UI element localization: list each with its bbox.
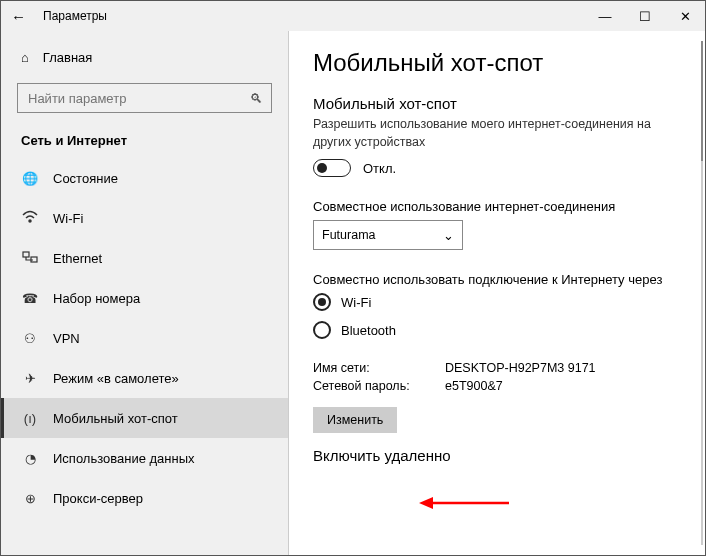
network-password-label: Сетевой пароль: — [313, 379, 433, 393]
dropdown-value: Futurama — [322, 228, 376, 242]
network-password-value: e5T900&7 — [445, 379, 503, 393]
sidebar-item-label: VPN — [53, 331, 80, 346]
close-button[interactable]: ✕ — [665, 9, 705, 24]
radio-dot-icon — [313, 293, 331, 311]
sidebar-item-label: Состояние — [53, 171, 118, 186]
toggle-heading: Мобильный хот-спот — [313, 95, 687, 112]
search-input[interactable]: 🔍︎ — [17, 83, 272, 113]
toggle-description: Разрешить использование моего интернет-с… — [313, 116, 687, 151]
annotation-arrow-icon — [419, 493, 509, 513]
window-title: Параметры — [43, 9, 107, 23]
sidebar-item-label: Режим «в самолете» — [53, 371, 179, 386]
minimize-button[interactable]: — — [585, 9, 625, 24]
share-via-label: Совместно использовать подключение к Инт… — [313, 272, 687, 287]
sidebar-item-datausage[interactable]: ◔ Использование данных — [1, 438, 288, 478]
airplane-icon: ✈ — [21, 371, 39, 386]
phone-icon: ☎ — [21, 291, 39, 306]
sidebar-item-label: Мобильный хот-спот — [53, 411, 178, 426]
sidebar-item-label: Набор номера — [53, 291, 140, 306]
chevron-down-icon: ⌄ — [443, 228, 454, 243]
maximize-button[interactable]: ☐ — [625, 9, 665, 24]
sidebar-item-vpn[interactable]: ⚇ VPN — [1, 318, 288, 358]
radio-wifi[interactable]: Wi-Fi — [313, 293, 687, 311]
scrollbar[interactable] — [701, 41, 703, 545]
remote-enable-heading: Включить удаленно — [313, 447, 687, 464]
globe-icon: 🌐 — [21, 171, 39, 186]
sidebar-category: Сеть и Интернет — [1, 127, 288, 158]
svg-rect-1 — [23, 252, 29, 257]
home-icon: ⌂ — [21, 50, 29, 65]
radio-bluetooth[interactable]: Bluetooth — [313, 321, 687, 339]
data-icon: ◔ — [21, 451, 39, 466]
sidebar-item-ethernet[interactable]: Ethernet — [1, 238, 288, 278]
sidebar-home[interactable]: ⌂ Главная — [1, 39, 288, 75]
toggle-state-label: Откл. — [363, 161, 396, 176]
share-connection-dropdown[interactable]: Futurama ⌄ — [313, 220, 463, 250]
svg-point-0 — [29, 220, 31, 222]
network-name-value: DESKTOP-H92P7M3 9171 — [445, 361, 596, 375]
page-title: Мобильный хот-спот — [313, 49, 687, 77]
sidebar-item-status[interactable]: 🌐 Состояние — [1, 158, 288, 198]
sidebar-item-hotspot[interactable]: (ı) Мобильный хот-спот — [1, 398, 288, 438]
edit-button[interactable]: Изменить — [313, 407, 397, 433]
sidebar-item-dialup[interactable]: ☎ Набор номера — [1, 278, 288, 318]
wifi-icon — [21, 209, 39, 228]
ethernet-icon — [21, 249, 39, 268]
sidebar-item-label: Wi-Fi — [53, 211, 83, 226]
search-icon: 🔍︎ — [250, 91, 263, 106]
content-pane: Мобильный хот-спот Мобильный хот-спот Ра… — [289, 31, 705, 555]
sidebar-item-label: Ethernet — [53, 251, 102, 266]
sidebar-item-airplane[interactable]: ✈ Режим «в самолете» — [1, 358, 288, 398]
network-name-label: Имя сети: — [313, 361, 433, 375]
sidebar-item-proxy[interactable]: ⊕ Прокси-сервер — [1, 478, 288, 518]
back-icon[interactable]: ← — [11, 8, 31, 25]
radio-wifi-label: Wi-Fi — [341, 295, 371, 310]
hotspot-toggle[interactable] — [313, 159, 351, 177]
sidebar-item-label: Прокси-сервер — [53, 491, 143, 506]
search-field[interactable] — [26, 90, 250, 107]
vpn-icon: ⚇ — [21, 331, 39, 346]
sidebar-item-wifi[interactable]: Wi-Fi — [1, 198, 288, 238]
proxy-icon: ⊕ — [21, 491, 39, 506]
radio-bluetooth-label: Bluetooth — [341, 323, 396, 338]
sidebar-home-label: Главная — [43, 50, 92, 65]
radio-dot-icon — [313, 321, 331, 339]
sidebar-item-label: Использование данных — [53, 451, 195, 466]
svg-marker-4 — [419, 497, 433, 509]
hotspot-icon: (ı) — [21, 411, 39, 426]
share-label: Совместное использование интернет-соедин… — [313, 199, 687, 214]
